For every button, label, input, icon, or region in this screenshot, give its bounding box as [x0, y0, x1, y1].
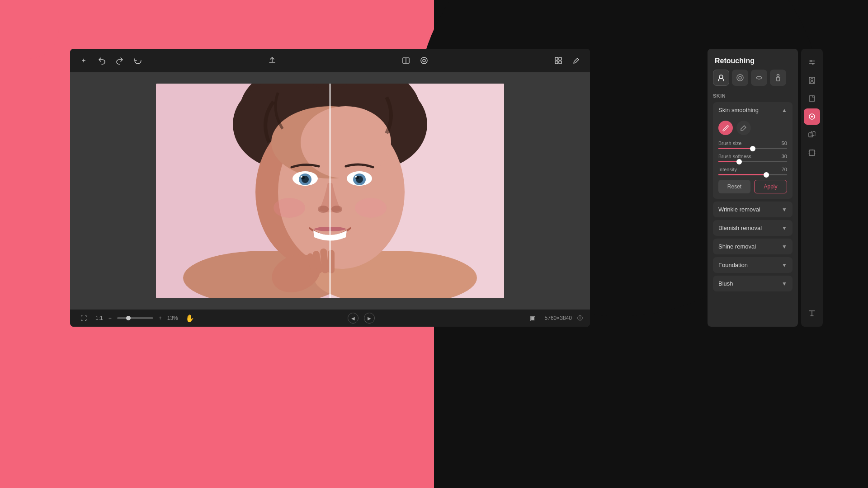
- shine-removal-section: Shine removal ▼: [713, 239, 793, 254]
- shine-removal-chevron: ▼: [782, 244, 787, 250]
- svg-point-30: [318, 206, 329, 213]
- status-bar: ⛶ 1:1 − + 13% ✋ ◀ ▶ ▣ 5760×3840 ⓘ: [70, 310, 590, 327]
- brush-softness-slider-row: Brush softness 30: [718, 154, 787, 162]
- blemish-removal-header[interactable]: Blemish removal ▼: [713, 220, 793, 236]
- svg-point-51: [811, 116, 813, 117]
- blush-section: Blush ▼: [713, 276, 793, 291]
- svg-rect-6: [559, 61, 561, 64]
- zoom-slider[interactable]: [117, 317, 153, 319]
- eye-retouch-tab[interactable]: [732, 70, 748, 86]
- brush-softness-value: 30: [782, 154, 787, 159]
- lips-retouch-tab[interactable]: [751, 70, 767, 86]
- zoom-minus[interactable]: −: [108, 315, 112, 321]
- svg-point-32: [274, 198, 305, 218]
- fullscreen-button[interactable]: ⛶: [77, 312, 90, 324]
- svg-point-33: [355, 198, 387, 218]
- svg-point-2: [423, 59, 425, 62]
- hand-tool[interactable]: ✋: [184, 312, 196, 324]
- svg-rect-49: [809, 96, 815, 101]
- grid-button[interactable]: [552, 54, 565, 67]
- svg-rect-3: [555, 57, 558, 60]
- svg-point-31: [331, 206, 342, 213]
- svg-rect-37: [328, 250, 335, 273]
- blush-label: Blush: [718, 280, 733, 287]
- blemish-removal-section: Blemish removal ▼: [713, 220, 793, 236]
- brush-size-value: 50: [782, 141, 787, 146]
- blemish-removal-label: Blemish removal: [718, 225, 762, 231]
- add-button[interactable]: +: [77, 54, 90, 67]
- prev-button[interactable]: ◀: [348, 313, 359, 324]
- redo-button[interactable]: [113, 54, 126, 67]
- intensity-track[interactable]: [718, 174, 787, 175]
- zoom-percent: 13%: [167, 315, 178, 321]
- svg-point-19: [301, 106, 391, 178]
- zoom-plus[interactable]: +: [159, 315, 162, 321]
- portrait-tool-btn[interactable]: [804, 72, 820, 89]
- retouch-tool-btn[interactable]: [804, 108, 820, 125]
- info-icon[interactable]: ⓘ: [577, 314, 583, 322]
- skin-smoothing-header[interactable]: Skin smoothing ▲: [713, 102, 793, 118]
- skin-section-label: Skin: [713, 91, 793, 99]
- shine-removal-header[interactable]: Shine removal ▼: [713, 239, 793, 254]
- wrinkle-removal-header[interactable]: Wrinkle removal ▼: [713, 202, 793, 217]
- app-window: +: [70, 49, 590, 327]
- brush-softness-label: Brush softness: [718, 154, 751, 159]
- canvas-area[interactable]: [70, 72, 590, 310]
- next-button[interactable]: ▶: [364, 313, 375, 324]
- svg-point-24: [301, 176, 302, 178]
- preview-button[interactable]: [418, 54, 430, 67]
- reset-button[interactable]: Reset: [718, 180, 750, 193]
- clone-tool-btn[interactable]: [804, 127, 820, 143]
- panel-title: Retouching: [708, 49, 798, 70]
- pen-button[interactable]: [570, 54, 583, 67]
- undo-button[interactable]: [95, 54, 108, 67]
- svg-point-45: [810, 60, 812, 62]
- shine-removal-label: Shine removal: [718, 243, 756, 250]
- resize-tool-btn[interactable]: [804, 90, 820, 107]
- split-line: [330, 84, 330, 298]
- svg-point-46: [812, 63, 814, 65]
- image-size-icon: ▣: [527, 312, 539, 324]
- svg-point-29: [355, 176, 357, 178]
- transform-tool-btn[interactable]: [804, 145, 820, 161]
- wrinkle-removal-chevron: ▼: [782, 206, 787, 213]
- svg-point-48: [811, 79, 813, 81]
- svg-point-41: [739, 76, 741, 79]
- action-buttons: Reset Apply: [718, 180, 787, 193]
- blemish-removal-chevron: ▼: [782, 225, 787, 231]
- refresh-button[interactable]: [132, 54, 144, 67]
- fit-label: 1:1: [95, 315, 103, 321]
- body-retouch-tab[interactable]: [770, 70, 786, 86]
- intensity-slider-row: Intensity 70: [718, 167, 787, 175]
- wrinkle-removal-section: Wrinkle removal ▼: [713, 202, 793, 217]
- skin-smoothing-content: Brush size 50 Brush softness 30: [713, 118, 793, 199]
- face-retouch-tab[interactable]: [713, 70, 729, 86]
- brush-softness-track[interactable]: [718, 161, 787, 162]
- apply-button[interactable]: Apply: [754, 180, 787, 193]
- text-tool-btn[interactable]: [804, 305, 820, 321]
- adjust-tool-btn[interactable]: [804, 54, 820, 70]
- foundation-section: Foundation ▼: [713, 257, 793, 273]
- svg-rect-54: [809, 150, 815, 155]
- svg-point-42: [777, 75, 779, 77]
- brush-size-slider-row: Brush size 50: [718, 141, 787, 149]
- image-canvas: [156, 84, 504, 298]
- svg-rect-5: [555, 61, 558, 64]
- intensity-label: Intensity: [718, 167, 737, 172]
- blush-header[interactable]: Blush ▼: [713, 276, 793, 291]
- retouch-icon-row: [708, 70, 798, 91]
- brush-tool-btn[interactable]: [718, 121, 733, 135]
- eraser-tool-btn[interactable]: [736, 121, 751, 135]
- split-view-button[interactable]: [400, 54, 412, 67]
- foundation-header[interactable]: Foundation ▼: [713, 257, 793, 273]
- foundation-label: Foundation: [718, 262, 748, 268]
- upload-button[interactable]: [266, 54, 278, 67]
- retouching-panel: Retouching Skin: [708, 49, 798, 327]
- brush-size-label: Brush size: [718, 141, 741, 146]
- main-content: [70, 72, 590, 310]
- foundation-chevron: ▼: [782, 262, 787, 268]
- brush-tool-buttons: [718, 121, 787, 135]
- brush-size-track[interactable]: [718, 148, 787, 149]
- dimensions: 5760×3840: [545, 315, 572, 321]
- skin-smoothing-label: Skin smoothing: [718, 107, 759, 113]
